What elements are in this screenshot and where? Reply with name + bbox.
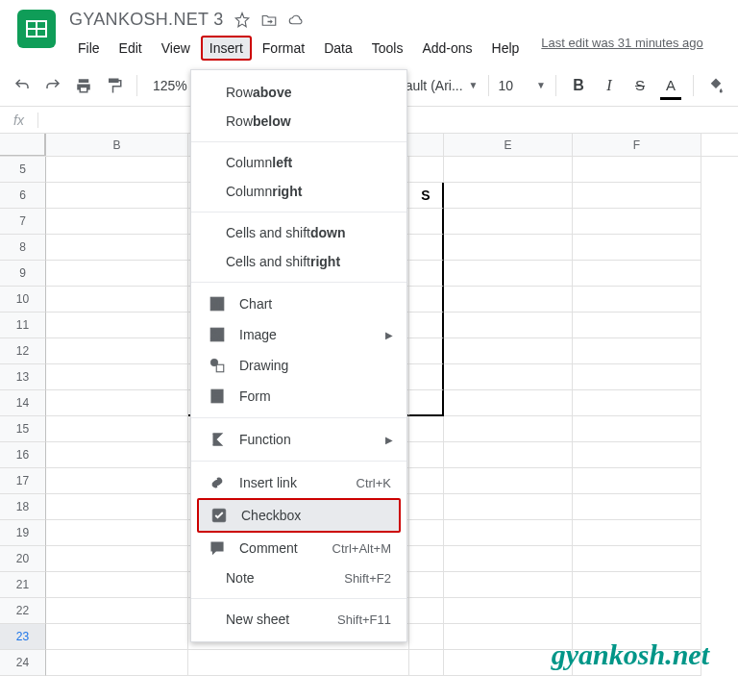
cell[interactable] bbox=[444, 183, 573, 209]
cell[interactable] bbox=[46, 312, 188, 338]
cell[interactable] bbox=[444, 235, 573, 261]
cell[interactable] bbox=[573, 235, 701, 261]
row-header[interactable]: 24 bbox=[0, 650, 46, 676]
insert-comment[interactable]: CommentCtrl+Alt+M bbox=[191, 533, 406, 563]
column-header[interactable]: E bbox=[444, 134, 573, 156]
menu-help[interactable]: Help bbox=[483, 36, 529, 61]
select-all-corner[interactable] bbox=[0, 134, 46, 156]
insert-form[interactable]: Form bbox=[191, 381, 406, 412]
insert-note[interactable]: NoteShift+F2 bbox=[191, 563, 406, 592]
text-color-button[interactable]: A bbox=[658, 73, 683, 98]
italic-button[interactable]: I bbox=[597, 73, 622, 98]
cell[interactable] bbox=[444, 364, 573, 390]
insert-new-sheet[interactable]: New sheetShift+F11 bbox=[191, 605, 406, 634]
strikethrough-button[interactable]: S bbox=[627, 73, 652, 98]
bold-button[interactable]: B bbox=[566, 73, 591, 98]
cell[interactable] bbox=[409, 442, 444, 468]
cell[interactable] bbox=[444, 261, 573, 287]
row-header[interactable]: 17 bbox=[0, 468, 46, 494]
cell[interactable] bbox=[46, 468, 188, 494]
row-header[interactable]: 20 bbox=[0, 546, 46, 572]
cell[interactable] bbox=[46, 183, 188, 209]
cell[interactable] bbox=[409, 650, 444, 676]
row-header[interactable]: 13 bbox=[0, 364, 46, 390]
insert-image[interactable]: Image▶ bbox=[191, 319, 406, 350]
cell[interactable] bbox=[46, 390, 188, 416]
cell[interactable] bbox=[46, 546, 188, 572]
cell[interactable] bbox=[46, 624, 188, 650]
cell[interactable] bbox=[46, 494, 188, 520]
cell[interactable] bbox=[409, 546, 444, 572]
menu-view[interactable]: View bbox=[153, 36, 199, 61]
cell[interactable] bbox=[409, 572, 444, 598]
menu-edit[interactable]: Edit bbox=[111, 36, 151, 61]
insert-function[interactable]: Function▶ bbox=[191, 424, 406, 455]
cell[interactable] bbox=[573, 520, 701, 546]
cell[interactable] bbox=[444, 390, 573, 416]
cell[interactable] bbox=[573, 390, 701, 416]
insert-row-below[interactable]: Row below bbox=[191, 107, 406, 136]
row-header[interactable]: 6 bbox=[0, 183, 46, 209]
cloud-status-icon[interactable] bbox=[287, 12, 305, 29]
last-edit-link[interactable]: Last edit was 31 minutes ago bbox=[541, 36, 702, 61]
cell[interactable] bbox=[444, 598, 573, 624]
cell[interactable] bbox=[573, 312, 701, 338]
cell[interactable] bbox=[444, 572, 573, 598]
insert-link[interactable]: Insert linkCtrl+K bbox=[191, 467, 406, 498]
cell[interactable] bbox=[444, 157, 573, 183]
row-header[interactable]: 21 bbox=[0, 572, 46, 598]
cell[interactable]: S bbox=[409, 183, 444, 209]
cell[interactable] bbox=[573, 157, 701, 183]
row-header[interactable]: 7 bbox=[0, 209, 46, 235]
row-header[interactable]: 10 bbox=[0, 287, 46, 312]
cell[interactable] bbox=[409, 338, 444, 364]
cell[interactable] bbox=[573, 183, 701, 209]
cell[interactable] bbox=[444, 494, 573, 520]
menu-file[interactable]: File bbox=[69, 36, 109, 61]
insert-chart[interactable]: Chart bbox=[191, 288, 406, 319]
row-header[interactable]: 5 bbox=[0, 157, 46, 183]
menu-format[interactable]: Format bbox=[254, 36, 313, 61]
menu-tools[interactable]: Tools bbox=[363, 36, 412, 61]
cell[interactable] bbox=[444, 442, 573, 468]
insert-checkbox[interactable]: Checkbox bbox=[197, 498, 401, 533]
row-header[interactable]: 16 bbox=[0, 442, 46, 468]
row-header[interactable]: 18 bbox=[0, 494, 46, 520]
cell[interactable] bbox=[409, 287, 444, 312]
cell[interactable] bbox=[573, 416, 701, 442]
cell[interactable] bbox=[409, 209, 444, 235]
cell[interactable] bbox=[573, 572, 701, 598]
cell[interactable] bbox=[188, 650, 409, 676]
cell[interactable] bbox=[46, 338, 188, 364]
undo-button[interactable] bbox=[10, 73, 35, 98]
cell[interactable] bbox=[409, 494, 444, 520]
row-header[interactable]: 9 bbox=[0, 261, 46, 287]
cell[interactable] bbox=[409, 364, 444, 390]
insert-drawing[interactable]: Drawing bbox=[191, 350, 406, 381]
cell[interactable] bbox=[444, 468, 573, 494]
row-header[interactable]: 19 bbox=[0, 520, 46, 546]
cell[interactable] bbox=[573, 494, 701, 520]
cell[interactable] bbox=[409, 520, 444, 546]
insert-cells-right[interactable]: Cells and shift right bbox=[191, 247, 406, 276]
star-icon[interactable] bbox=[234, 12, 251, 29]
cell[interactable] bbox=[409, 598, 444, 624]
cell[interactable] bbox=[46, 261, 188, 287]
cell[interactable] bbox=[46, 416, 188, 442]
cell[interactable] bbox=[444, 209, 573, 235]
column-header[interactable]: F bbox=[573, 134, 701, 156]
cell[interactable] bbox=[444, 287, 573, 312]
row-header[interactable]: 8 bbox=[0, 235, 46, 261]
cell[interactable] bbox=[444, 338, 573, 364]
cell[interactable] bbox=[573, 364, 701, 390]
cell[interactable] bbox=[573, 338, 701, 364]
cell[interactable] bbox=[46, 520, 188, 546]
print-button[interactable] bbox=[71, 73, 96, 98]
cell[interactable] bbox=[409, 416, 444, 442]
cell[interactable] bbox=[409, 312, 444, 338]
cell[interactable] bbox=[573, 287, 701, 312]
cell[interactable] bbox=[409, 157, 444, 183]
cell[interactable] bbox=[46, 157, 188, 183]
column-header[interactable]: B bbox=[46, 134, 188, 156]
move-folder-icon[interactable] bbox=[260, 12, 278, 29]
